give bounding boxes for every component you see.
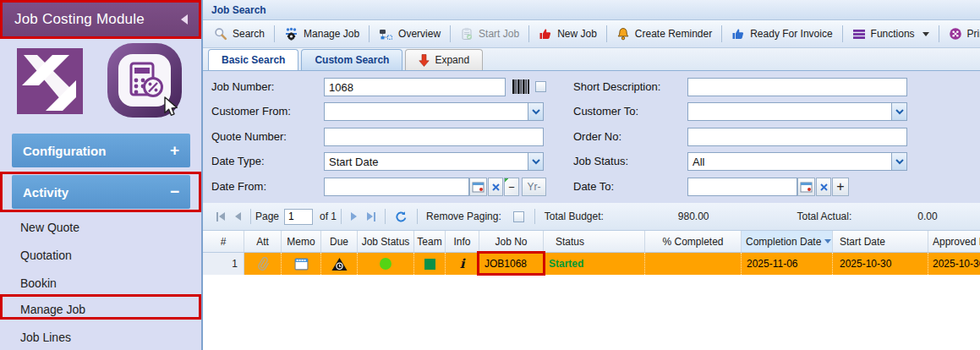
info-cell[interactable]: i (446, 253, 479, 275)
date-to-input[interactable] (687, 178, 797, 196)
memo-cell[interactable] (282, 253, 321, 275)
date-from-calendar-button[interactable] (469, 178, 487, 196)
sidebar-item-quotation[interactable]: Quotation (0, 243, 201, 268)
remove-paging-label: Remove Paging: (426, 211, 501, 222)
plus-label: + (836, 179, 844, 194)
app-logo-icon[interactable] (17, 48, 83, 114)
column-header-percent-completed[interactable]: % Completed (645, 231, 742, 252)
total-actual-value: 0.00 (917, 211, 937, 222)
sidebar-item-manage-job[interactable]: Manage Job (0, 297, 201, 322)
next-page-button[interactable] (346, 212, 362, 221)
job-costing-app-icon[interactable] (105, 41, 184, 120)
start-date-cell: 2025-10-30 (833, 253, 928, 275)
date-type-select[interactable]: Start Date (324, 152, 544, 171)
page-label: Page (255, 211, 279, 222)
attachment-cell[interactable] (244, 253, 282, 275)
functions-icon (852, 29, 866, 40)
job-status-select[interactable]: All (687, 152, 907, 171)
date-to-calendar-button[interactable] (797, 178, 815, 196)
team-cell (414, 253, 446, 275)
date-to-plus-button[interactable]: + (832, 178, 849, 196)
previous-page-button[interactable] (230, 212, 246, 221)
date-from-clear-button[interactable] (488, 178, 503, 196)
page-number-input[interactable] (284, 209, 313, 225)
due-cell[interactable] (321, 253, 358, 275)
basic-search-form: Job Number: Customer From: Quote Number:… (203, 71, 980, 203)
module-header[interactable]: Job Costing Module (0, 0, 201, 39)
first-page-button[interactable] (211, 212, 230, 221)
button-label: Functions (871, 28, 915, 40)
new-job-button[interactable]: New Job (532, 25, 604, 43)
column-header-memo[interactable]: Memo (282, 231, 321, 252)
order-no-input[interactable] (687, 128, 907, 146)
thumbs-up-blue-icon (731, 27, 745, 41)
job-number-checkbox[interactable] (535, 81, 546, 92)
button-label: Create Reminder (635, 28, 712, 40)
collapse-sidebar-icon[interactable] (181, 14, 188, 25)
refresh-button[interactable] (390, 211, 413, 223)
sidebar-item-bookin[interactable]: Bookin (0, 271, 201, 296)
total-budget-value: 980.00 (678, 211, 709, 222)
date-to-label: Date To: (573, 180, 614, 193)
column-header-completion-date[interactable]: Completion Date (742, 231, 833, 252)
date-from-input[interactable] (324, 178, 469, 196)
quote-number-input[interactable] (324, 128, 544, 146)
customer-to-select[interactable] (687, 102, 907, 121)
print-button[interactable]: Print (942, 25, 980, 43)
column-header-att[interactable]: Att (244, 231, 282, 252)
chevron-down-icon[interactable] (528, 153, 543, 170)
paging-bar: Page of 1 Remove Paging: Total Budget: 9… (203, 203, 980, 231)
column-header-info[interactable]: Info (446, 231, 479, 252)
date-from-label: Date From: (211, 180, 266, 193)
column-header-job-no[interactable]: Job No (479, 231, 544, 252)
last-page-button[interactable] (362, 212, 381, 221)
overview-button[interactable]: Overview (372, 25, 447, 43)
barcode-icon[interactable] (512, 79, 530, 95)
chevron-down-icon[interactable] (528, 103, 543, 120)
toolbar-separator (369, 25, 370, 42)
ready-for-invoice-button[interactable]: Ready For Invoice (725, 25, 839, 43)
sidebar-section-activity[interactable]: Activity − (12, 175, 190, 209)
search-button[interactable]: Search (207, 25, 271, 43)
column-header-num[interactable]: # (203, 231, 244, 252)
chevron-down-icon (923, 32, 929, 36)
paging-separator (385, 209, 386, 224)
row-number-cell: 1 (203, 253, 244, 275)
chevron-down-icon[interactable] (891, 153, 906, 170)
column-header-approved-date[interactable]: Approved D (928, 231, 980, 252)
remove-paging-checkbox[interactable] (513, 211, 524, 222)
toolbar-separator (274, 25, 275, 42)
job-number-input[interactable] (324, 78, 506, 96)
approved-date-cell: 2025-10-30 (928, 253, 980, 275)
date-to-clear-button[interactable] (816, 178, 831, 196)
sort-descending-icon (824, 239, 831, 243)
column-header-job-status[interactable]: Job Status (358, 231, 414, 252)
combo-value: All (688, 156, 891, 168)
customer-from-select[interactable] (324, 102, 544, 121)
chevron-down-icon[interactable] (891, 103, 906, 120)
sidebar-item-new-quote[interactable]: New Quote (0, 215, 201, 240)
job-status-label: Job Status: (573, 155, 628, 167)
toolbar-separator (450, 25, 451, 42)
date-from-minus-button[interactable]: − (504, 178, 519, 196)
tab-custom-search[interactable]: Custom Search (301, 49, 402, 70)
manage-job-button[interactable]: Manage Job (277, 25, 366, 43)
create-reminder-button[interactable]: Create Reminder (610, 25, 719, 44)
sidebar-section-configuration[interactable]: Configuration + (12, 134, 190, 167)
column-header-team[interactable]: Team (414, 231, 446, 252)
short-description-input[interactable] (687, 78, 907, 96)
column-header-start-date[interactable]: Start Date (833, 231, 928, 252)
collapse-minus-icon[interactable]: − (170, 183, 179, 201)
functions-button[interactable]: Functions (846, 25, 936, 42)
column-header-status[interactable]: Status (544, 231, 645, 252)
column-header-due[interactable]: Due (321, 231, 358, 252)
quote-number-label: Quote Number: (211, 130, 287, 143)
manage-job-icon (284, 27, 298, 41)
tab-basic-search[interactable]: Basic Search (208, 49, 298, 70)
expand-plus-icon[interactable]: + (170, 141, 179, 160)
sidebar-item-job-lines[interactable]: Job Lines (0, 325, 201, 350)
start-job-button[interactable]: Start Job (453, 25, 526, 43)
date-from-year-button[interactable]: Yr- (522, 178, 546, 196)
tab-expand[interactable]: Expand (405, 49, 483, 70)
table-row[interactable]: 1 i (203, 253, 980, 275)
